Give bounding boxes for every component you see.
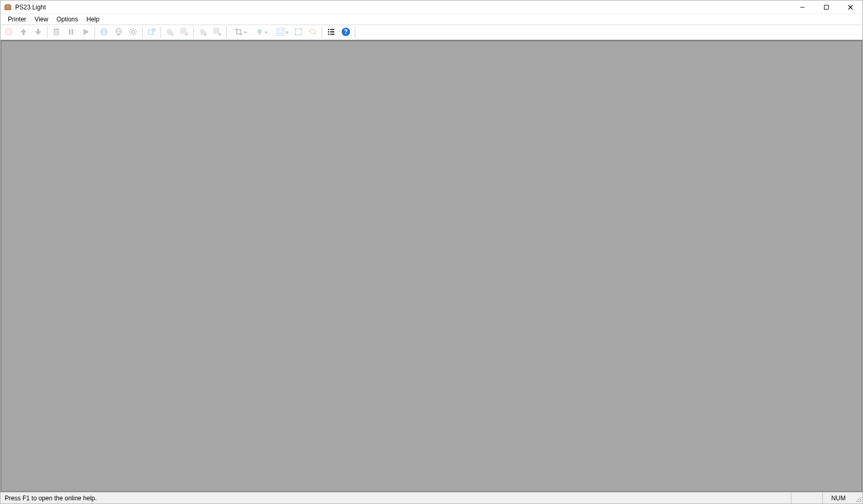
menu-printer[interactable]: Printer [4,15,30,24]
svg-point-18 [103,29,105,31]
arrow-down-icon [33,27,43,38]
maximize-button[interactable] [814,1,838,14]
gear-icon [129,27,138,38]
svg-line-31 [135,29,136,30]
svg-point-66 [328,31,329,32]
fit-screen-icon [294,27,303,38]
grid-gear-icon [180,27,189,38]
toolbar-separator [95,27,95,38]
svg-point-64 [328,29,329,30]
app-window: PS23 Light Printer View Options Help [0,0,863,504]
cancel-button[interactable] [2,26,16,39]
svg-rect-19 [103,31,104,34]
svg-point-24 [132,30,135,33]
svg-line-30 [135,33,136,34]
svg-rect-23 [117,34,120,36]
svg-rect-2 [7,6,9,7]
play-icon [81,27,90,38]
svg-point-35 [168,30,169,31]
layout-dropdown-button[interactable] [270,26,291,39]
globe-icon [114,27,123,38]
tree-icon [255,27,264,38]
toolbar-separator [142,27,143,38]
minimize-button[interactable] [790,1,814,14]
toolbar-separator [47,27,48,38]
palette-up-button[interactable] [195,26,210,39]
menu-help[interactable]: Help [83,15,104,24]
pause-icon [66,27,76,38]
menu-options[interactable]: Options [52,15,82,24]
help-icon: ? [341,27,351,38]
cancel-icon [4,27,14,38]
close-button[interactable] [838,1,862,14]
svg-rect-0 [5,5,11,10]
svg-rect-61 [295,29,301,35]
fit-screen-button[interactable] [291,26,306,39]
svg-point-49 [201,32,202,33]
toolbar: ? [1,25,862,40]
help-button[interactable]: ? [339,26,353,39]
trash-icon [52,27,61,38]
svg-point-68 [328,33,329,34]
status-numlock: NUM [823,493,854,503]
svg-line-63 [314,33,317,35]
move-down-button[interactable] [31,26,45,39]
menu-view[interactable]: View [30,15,52,24]
external-link-icon [147,27,156,38]
svg-rect-50 [214,28,219,33]
svg-rect-11 [54,29,59,30]
window-title: PS23 Light [15,4,46,11]
info-icon [99,27,109,38]
svg-rect-56 [259,33,260,35]
menu-bar: Printer View Options Help [1,14,862,25]
toolbar-separator [193,27,194,38]
move-up-button[interactable] [16,26,31,39]
svg-line-32 [131,33,132,34]
list-view-button[interactable] [324,26,339,39]
toolbar-separator [160,27,161,38]
crop-icon [234,27,243,38]
crop-dropdown-button[interactable] [228,26,249,39]
list-icon [326,27,336,38]
tree-dropdown-button[interactable] [249,26,270,39]
title-bar: PS23 Light [1,1,862,14]
app-icon [4,3,12,11]
svg-rect-15 [69,29,71,34]
svg-point-37 [170,32,171,33]
svg-text:?: ? [344,28,347,36]
grid-up-button[interactable] [210,26,225,39]
grid-up-icon [213,27,222,38]
toolbar-separator [322,27,322,38]
info-button[interactable] [97,26,111,39]
svg-rect-60 [278,32,283,34]
web-button[interactable] [111,26,126,39]
status-pane-empty [791,493,823,503]
arrow-up-icon [19,27,28,38]
status-hint: Press F1 to open the online help. [1,493,791,503]
svg-point-62 [310,29,315,33]
svg-rect-4 [824,5,829,9]
toolbar-separator [355,27,355,38]
grid-settings-button[interactable] [177,26,192,39]
svg-rect-16 [72,29,73,34]
play-button[interactable] [78,26,93,39]
loupe-button[interactable] [306,26,320,39]
settings-button[interactable] [126,26,141,39]
pause-button[interactable] [64,26,78,39]
layout-icon [276,27,285,38]
palette-add-button[interactable] [162,26,177,39]
external-button[interactable] [144,26,159,39]
window-controls [790,1,862,14]
delete-button[interactable] [49,26,64,39]
svg-rect-41 [181,28,186,33]
svg-rect-59 [281,29,283,31]
svg-rect-33 [148,30,153,34]
palette-up-icon [198,27,207,38]
resize-grip[interactable] [854,493,862,503]
svg-rect-1 [6,4,10,6]
chevron-down-icon [243,29,247,36]
toolbar-separator [226,27,227,38]
status-bar: Press F1 to open the online help. NUM [1,492,862,503]
svg-point-47 [186,33,187,34]
svg-point-36 [168,32,169,33]
